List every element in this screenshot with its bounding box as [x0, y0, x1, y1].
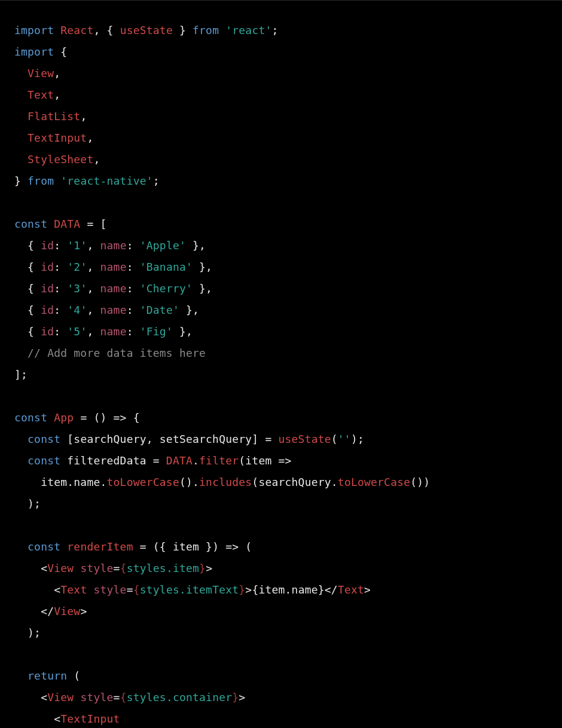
code-token: }: [199, 562, 206, 574]
code-token: // Add more data items here: [28, 347, 206, 359]
code-token: [14, 454, 28, 467]
code-token: StyleSheet: [28, 153, 93, 166]
code-token: 'Fig': [140, 325, 173, 338]
code-line: // Add more data items here: [14, 342, 548, 364]
code-token: DATA: [166, 454, 193, 467]
code-token: >: [206, 562, 212, 574]
code-line: import React, { useState } from 'react';: [14, 20, 548, 41]
code-token: :: [54, 261, 67, 273]
code-token: [54, 24, 60, 36]
code-token: [14, 131, 28, 144]
code-line: <View style={styles.container}>: [14, 687, 548, 708]
code-token: filteredData =: [60, 454, 166, 467]
code-token: Text: [60, 583, 87, 596]
code-token: ,: [54, 67, 60, 79]
code-token: TextInput: [28, 131, 87, 144]
code-token: View: [28, 67, 54, 79]
code-token: [searchQuery, setSearchQuery] =: [60, 433, 278, 445]
code-token: .: [193, 454, 199, 467]
code-line: StyleSheet,: [14, 149, 548, 170]
code-line: <View style={styles.item}>: [14, 558, 548, 579]
code-token: name: [100, 239, 127, 252]
code-token: <: [14, 691, 47, 703]
code-token: ,: [87, 239, 100, 252]
code-token: import: [14, 45, 54, 58]
code-token: Text: [28, 88, 54, 101]
code-token: :: [127, 304, 140, 316]
code-line: [14, 515, 548, 536]
code-token: item.name.: [14, 476, 107, 488]
code-token: const: [28, 454, 60, 467]
code-line: TextInput,: [14, 127, 548, 149]
code-token: ,: [54, 88, 60, 101]
code-token: renderItem: [67, 540, 133, 553]
code-token: },: [193, 282, 212, 295]
code-line: FlatList,: [14, 106, 548, 127]
code-token: [60, 540, 67, 553]
code-token: >{item.name}</: [245, 583, 338, 596]
code-token: '1': [67, 239, 87, 252]
code-token: Text: [338, 583, 364, 596]
code-token: ,: [87, 325, 100, 338]
code-token: [14, 153, 28, 166]
code-token: =: [114, 691, 120, 703]
code-line: [14, 386, 548, 407]
code-token: id: [41, 282, 54, 295]
code-token: const: [14, 218, 47, 230]
code-token: (: [67, 669, 80, 682]
code-token: name: [100, 282, 127, 295]
code-token: name: [100, 261, 127, 273]
code-token: App: [54, 411, 74, 424]
code-token: ,: [93, 153, 100, 166]
code-token: 'Date': [140, 304, 179, 316]
code-token: :: [54, 304, 67, 316]
code-line: const DATA = [: [14, 213, 548, 235]
code-token: [47, 218, 54, 230]
code-token: React: [60, 24, 93, 36]
code-token: DATA: [54, 218, 80, 230]
code-line: ];: [14, 364, 548, 386]
code-line: );: [14, 493, 548, 515]
code-token: id: [41, 325, 54, 338]
code-token: '2': [67, 261, 87, 273]
code-line: <Text style={styles.itemText}>{item.name…: [14, 579, 548, 601]
code-token: , {: [93, 24, 120, 36]
code-token: 'react': [225, 24, 271, 36]
code-token: ,: [87, 282, 100, 295]
code-line: const filteredData = DATA.filter(item =>: [14, 450, 548, 472]
code-token: :: [127, 282, 140, 295]
code-token: import: [14, 24, 54, 36]
code-token: name: [100, 304, 127, 316]
code-token: useState: [120, 24, 173, 36]
code-token: {: [54, 45, 67, 58]
code-token: toLowerCase: [338, 476, 410, 488]
code-token: =: [127, 583, 133, 596]
code-token: = [: [80, 218, 106, 230]
code-token: toLowerCase: [107, 476, 179, 488]
code-token: [14, 110, 28, 123]
code-line: item.name.toLowerCase().includes(searchQ…: [14, 472, 548, 493]
code-token: '5': [67, 325, 87, 338]
code-line: return (: [14, 665, 548, 687]
code-token: [74, 691, 80, 703]
code-token: },: [186, 239, 206, 252]
code-token: );: [351, 433, 364, 445]
code-token: {: [120, 562, 127, 574]
code-token: :: [54, 239, 67, 252]
code-line: <TextInput: [14, 708, 548, 728]
code-line: </View>: [14, 601, 548, 622]
code-token: styles.itemText: [140, 583, 239, 596]
code-token: from: [193, 24, 219, 36]
code-token: [47, 411, 54, 424]
code-token: }: [173, 24, 193, 36]
code-token: [14, 669, 28, 682]
code-token: [14, 67, 28, 79]
code-token: :: [127, 325, 140, 338]
code-token: =: [114, 562, 120, 574]
code-line: [14, 644, 548, 665]
code-token: >: [364, 583, 371, 596]
code-token: ,: [80, 110, 87, 123]
code-token: View: [47, 562, 74, 574]
code-token: includes: [199, 476, 252, 488]
code-token: 'Cherry': [140, 282, 193, 295]
